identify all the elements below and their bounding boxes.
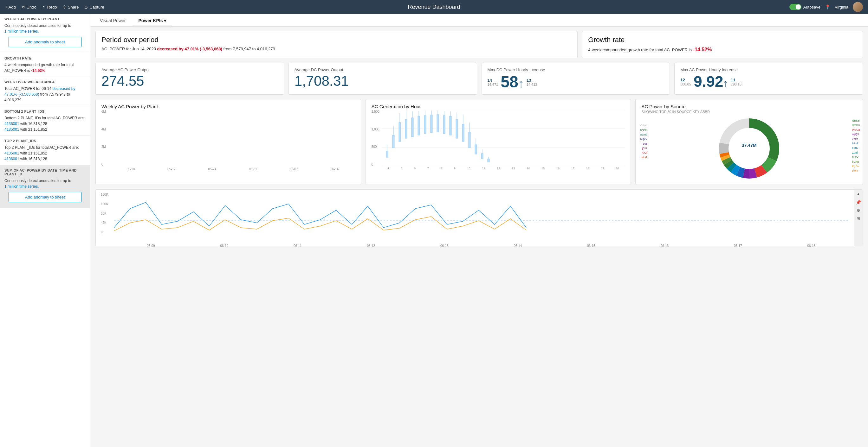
svg-rect-29 — [437, 114, 439, 132]
main-container: WEEKLY AC POWER BY PLANT Continuously de… — [0, 14, 868, 447]
anomaly-detect-link1[interactable]: 1 million time series. — [4, 29, 39, 34]
legend-nbsb: NBSB — [852, 118, 860, 123]
boxplot-card: AC Generation by Hour 1,500 1,000 500 0 — [366, 99, 631, 185]
kpi-row: Average AC Power Output 274.55 Average D… — [95, 63, 863, 95]
legend-other: Other — [640, 123, 647, 128]
bottom2-title: BOTTOM 2 PLANT_IDS — [4, 109, 86, 113]
legend-wlmb: wLmb — [640, 132, 647, 137]
period-text: AC_POWER for Jun 14, 2020 decreased by 4… — [101, 46, 571, 52]
svg-rect-53 — [488, 159, 490, 162]
line-x-0616: 06-16 — [660, 244, 669, 247]
growth-rate-title: GROWTH RATE — [4, 56, 86, 60]
kpi-max-dc: Max DC Power Hourly Increase 14 14,471 — [482, 63, 670, 95]
line-x-0610: 06-10 — [220, 244, 228, 247]
autosave-toggle[interactable]: Autosave — [789, 4, 820, 10]
svg-rect-32 — [443, 115, 445, 134]
anomaly-detect-prefix1: Continuously detect anomalies for up to — [4, 24, 71, 28]
bar-chart-title: Weekly AC Power by Plant — [101, 104, 355, 109]
line-x-0614: 06-14 — [514, 244, 522, 247]
bar-y-4m: 4M — [101, 128, 106, 131]
redo-icon: ↻ — [42, 5, 45, 9]
boxplot-svg — [382, 110, 625, 166]
anomaly-detect-link2[interactable]: 1 million time series. — [4, 184, 39, 189]
kpi-max-ac-sub2-val: 798.13 — [731, 82, 742, 86]
kpi-max-dc-sub1: 14 — [488, 78, 498, 82]
bar-chart-card: Weekly AC Power by Plant 6M 4M 2M 0 — [95, 99, 361, 185]
box-y-1000: 1,000 — [372, 128, 379, 131]
svg-rect-17 — [411, 118, 413, 137]
legend-zubj: ZuBj — [852, 150, 860, 155]
kpi-max-dc-sub2: 13 — [527, 78, 537, 82]
sidebar: WEEKLY AC POWER BY PLANT Continuously de… — [0, 14, 90, 447]
bottom2-link1[interactable]: 4136001 — [4, 122, 19, 126]
settings-icon[interactable]: ⚙ — [856, 208, 861, 214]
kpi-max-dc-value: 58↑ — [501, 74, 524, 90]
bottom2-link2[interactable]: 4135001 — [4, 127, 19, 132]
legend-j5v7: j5v7 — [640, 146, 647, 150]
sidebar-sum-section: SUM OF AC_POWER BY DATE_TIME AND PLANT_I… — [0, 165, 90, 208]
expand-icon[interactable]: ⊞ — [856, 216, 861, 222]
legend-7ozc: 7ozc — [852, 137, 860, 141]
app-title: Revenue Dashboard — [292, 4, 576, 10]
top2-link1[interactable]: 4135001 — [4, 151, 19, 156]
undo-button[interactable]: ↺ Undo — [22, 5, 36, 9]
bottom2-text: Bottom 2 PLANT_IDs for total AC_POWER ar… — [4, 115, 86, 132]
legend-ax2f: Ax2f — [640, 150, 647, 155]
sidebar-weekly-ac-section: WEEKLY AC POWER BY PLANT Continuously de… — [0, 14, 90, 53]
kpi-max-ac-sub1: 12 — [680, 77, 691, 82]
box-y-0: 0 — [372, 163, 379, 166]
svg-point-69 — [731, 130, 768, 167]
share-button[interactable]: ⇧ Share — [63, 5, 79, 9]
svg-rect-44 — [469, 132, 470, 148]
kpi-max-ac-label: Max AC Power Hourly Increase — [680, 67, 857, 72]
tab-visual-power[interactable]: Visual Power — [94, 15, 131, 26]
kpi-avg-dc-value: 1,708.31 — [294, 74, 471, 88]
svg-rect-26 — [431, 115, 432, 133]
toggle-knob — [796, 4, 801, 9]
add-button[interactable]: + Add — [5, 5, 16, 9]
anomaly-detect-text2: Continuously detect anomalies for up to … — [4, 178, 86, 189]
box-y-500: 500 — [372, 145, 379, 148]
line-x-0612: 06-12 — [367, 244, 375, 247]
bar-y-6m: 6M — [101, 110, 106, 113]
bar-y-2m: 2M — [101, 145, 106, 148]
kpi-max-dc-sub1-val: 14,471 — [488, 82, 498, 87]
donut-svg: 37.47M — [719, 118, 779, 178]
wow-title: WEEK OVER WEEK CHANGE — [4, 80, 86, 84]
line-x-0617: 06-17 — [734, 244, 742, 247]
kpi-max-ac-sub2: 11 — [731, 77, 742, 82]
bottom-chart-side-controls: ▲ 📌 ⚙ ⊞ — [854, 190, 863, 246]
line-x-0609: 06-09 — [147, 244, 155, 247]
tabs-bar: Visual Power Power KPIs ▾ — [90, 14, 868, 27]
line-y-42k: 42K — [101, 221, 108, 225]
chevron-up-icon[interactable]: ▲ — [856, 192, 861, 197]
avatar[interactable] — [853, 2, 863, 12]
top2-link2[interactable]: 4136001 — [4, 157, 19, 161]
tab-power-kpis[interactable]: Power KPIs ▾ — [132, 15, 172, 26]
legend-uvdu: UVDU — [852, 123, 860, 127]
pin-icon[interactable]: 📌 — [856, 200, 861, 205]
legend-aq2v: aQ2V — [640, 137, 647, 141]
donut-title: AC Power by Source — [641, 104, 857, 109]
svg-rect-20 — [418, 116, 420, 135]
box-y-1500: 1,500 — [372, 110, 379, 113]
line-y-50k: 50K — [101, 212, 108, 215]
redo-button[interactable]: ↻ Redo — [42, 5, 57, 9]
svg-rect-23 — [424, 115, 426, 134]
svg-rect-5 — [386, 151, 388, 157]
camera-icon: ⊙ — [84, 5, 88, 9]
capture-button[interactable]: ⊙ Capture — [84, 5, 104, 9]
legend-baof: bAof — [852, 141, 860, 146]
period-title: Period over period — [101, 36, 571, 44]
chevron-down-icon: ▾ — [164, 18, 166, 23]
donut-card: AC Power by Source SHOWING TOP 30 IN SOU… — [635, 99, 863, 185]
svg-rect-14 — [405, 119, 407, 138]
sidebar-bottom2-section: BOTTOM 2 PLANT_IDS Bottom 2 PLANT_IDs fo… — [0, 106, 90, 136]
add-anomaly-button[interactable]: Add anomaly to sheet — [8, 37, 82, 47]
dashboard: Period over period AC_POWER for Jun 14, … — [90, 27, 868, 447]
kpi-max-ac-value: 9.92↑ — [694, 74, 728, 89]
growth-rate-value: -14.52% — [31, 68, 45, 73]
add-anomaly-button-2[interactable]: Add anomaly to sheet — [8, 192, 82, 202]
bottom-chart-card: 150K 100K 50K 42K 0 — [95, 189, 863, 246]
toggle-switch[interactable] — [789, 4, 801, 10]
